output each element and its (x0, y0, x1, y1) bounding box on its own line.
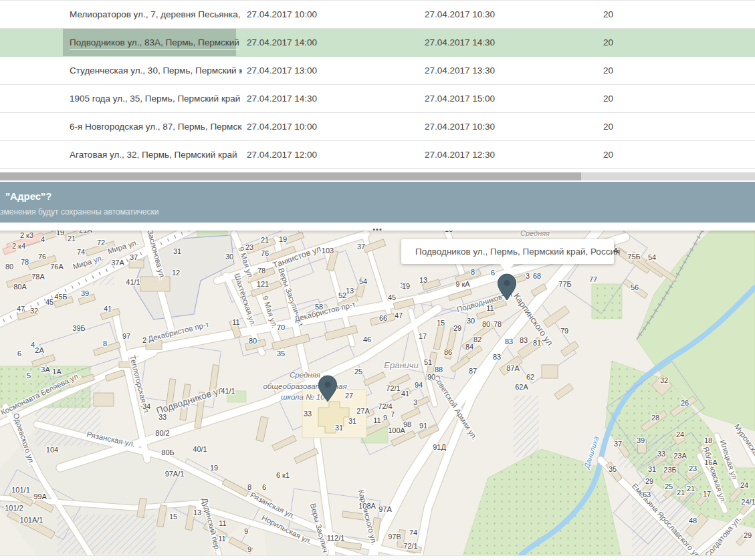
end-time-cell[interactable]: 27.04.2017 10:30 (425, 1, 495, 28)
svg-text:3: 3 (413, 398, 417, 406)
table-row[interactable]: Агатовая ул., 32, Пермь, Пермский край 2… (0, 141, 755, 169)
svg-text:47: 47 (17, 305, 25, 313)
map-canvas[interactable]: Мира ул.Мира ул.Заслонова ул.Танкистов у… (0, 231, 755, 555)
svg-text:62: 62 (526, 373, 534, 381)
count-cell[interactable]: 20 (603, 141, 613, 168)
svg-text:76А: 76А (50, 263, 64, 271)
start-time-cell[interactable]: 27.04.2017 10:00 (247, 1, 317, 28)
svg-text:66: 66 (379, 314, 387, 322)
address-cell[interactable]: 6-я Новгородская ул., 87, Пермь, Пермски (70, 113, 242, 140)
svg-text:24: 24 (676, 430, 684, 438)
svg-text:41/1: 41/1 (126, 278, 140, 286)
schedule-table: Мелиораторов ул., 7, деревня Песьянка, П… (0, 0, 755, 169)
svg-text:74: 74 (77, 248, 85, 256)
count-cell[interactable]: 20 (603, 85, 613, 112)
svg-text:24/1: 24/1 (741, 498, 755, 506)
svg-text:13: 13 (419, 276, 427, 284)
table-row[interactable]: 6-я Новгородская ул., 87, Пермь, Пермски… (0, 113, 755, 141)
svg-text:80Б: 80Б (161, 448, 174, 456)
svg-text:Средняя: Средняя (520, 231, 550, 237)
address-cell[interactable]: 1905 года ул., 35, Пермь, Пермский край (70, 85, 240, 112)
svg-text:62А: 62А (515, 383, 528, 391)
svg-text:29: 29 (453, 324, 461, 332)
svg-text:72/1: 72/1 (386, 384, 400, 392)
svg-text:8: 8 (103, 339, 107, 347)
table-row[interactable]: Мелиораторов ул., 7, деревня Песьянка, П… (0, 1, 755, 29)
panel-resize-handle[interactable]: ••• (0, 223, 755, 231)
count-cell[interactable]: 20 (603, 29, 613, 56)
svg-text:4: 4 (41, 235, 45, 243)
svg-text:11: 11 (219, 519, 226, 527)
svg-text:46: 46 (363, 335, 371, 343)
count-cell[interactable]: 20 (603, 1, 613, 28)
start-time-cell[interactable]: 27.04.2017 14:30 (247, 85, 317, 112)
svg-text:32: 32 (660, 376, 668, 384)
end-time-cell[interactable]: 27.04.2017 15:00 (425, 85, 495, 112)
svg-text:Ераничи: Ераничи (384, 360, 418, 370)
svg-text:80: 80 (482, 320, 490, 328)
svg-text:30: 30 (467, 317, 475, 325)
svg-text:87: 87 (469, 367, 477, 375)
table-row[interactable]: 1905 года ул., 35, Пермь, Пермский край … (0, 85, 755, 113)
address-cell[interactable]: Студенческая ул., 30, Пермь, Пермский кр (70, 57, 242, 84)
count-cell[interactable]: 20 (603, 57, 613, 84)
svg-text:27А: 27А (356, 407, 370, 415)
svg-text:25: 25 (665, 482, 673, 491)
start-time-cell[interactable]: 27.04.2017 12:00 (247, 141, 317, 168)
svg-text:100А: 100А (388, 426, 405, 434)
svg-text:63: 63 (643, 491, 651, 499)
svg-text:58: 58 (315, 303, 323, 311)
svg-text:33: 33 (158, 413, 167, 421)
svg-text:97В: 97В (388, 533, 401, 541)
svg-text:83: 83 (505, 337, 513, 345)
svg-text:5: 5 (27, 372, 31, 380)
svg-text:21: 21 (68, 235, 76, 243)
svg-text:26: 26 (681, 399, 689, 407)
map[interactable]: Мира ул.Мира ул.Заслонова ул.Танкистов у… (0, 231, 755, 555)
svg-text:11: 11 (218, 535, 225, 543)
address-cell-editing[interactable]: Подводников ул., 83А, Пермь, Пермский (70, 29, 239, 56)
start-time-cell[interactable]: 27.04.2017 13:00 (247, 57, 317, 84)
svg-text:33: 33 (657, 450, 665, 458)
svg-text:32: 32 (30, 307, 38, 315)
svg-text:101А/1: 101А/1 (20, 516, 43, 524)
svg-text:99А: 99А (33, 493, 47, 501)
end-time-cell[interactable]: 27.04.2017 12:30 (425, 141, 495, 168)
end-time-cell[interactable]: 27.04.2017 14:30 (425, 29, 495, 56)
address-cell[interactable]: Агатовая ул., 32, Пермь, Пермский край (70, 141, 237, 168)
svg-text:80: 80 (249, 337, 257, 345)
count-cell[interactable]: 20 (603, 113, 613, 140)
svg-text:2: 2 (142, 336, 146, 344)
end-time-cell[interactable]: 27.04.2017 13:30 (425, 57, 495, 84)
start-time-cell[interactable]: 27.04.2017 10:00 (247, 113, 317, 140)
svg-text:78: 78 (494, 320, 502, 328)
table-row-selected[interactable]: Подводников ул., 83А, Пермь, Пермский 27… (0, 29, 755, 57)
end-time-cell[interactable]: 27.04.2017 10:30 (425, 113, 495, 140)
bottom-strip (0, 555, 755, 560)
info-window[interactable]: Подводников ул., Пермь, Пермский край, Р… (401, 239, 614, 264)
svg-text:2А: 2А (35, 346, 44, 354)
svg-text:88: 88 (435, 366, 443, 374)
svg-text:45: 45 (388, 293, 396, 301)
svg-text:15: 15 (437, 319, 445, 327)
address-cell[interactable]: Мелиораторов ул., 7, деревня Песьянка, П (70, 1, 242, 28)
svg-text:37: 37 (130, 253, 138, 261)
svg-text:30: 30 (225, 253, 233, 261)
svg-text:21: 21 (677, 488, 685, 497)
svg-text:91Д: 91Д (433, 443, 446, 451)
svg-text:72/4: 72/4 (378, 402, 392, 410)
table-row[interactable]: Студенческая ул., 30, Пермь, Пермский кр… (0, 57, 755, 85)
svg-text:87А: 87А (506, 364, 520, 372)
scrollbar-thumb[interactable] (0, 172, 581, 180)
svg-text:29: 29 (645, 477, 653, 485)
svg-text:112/1: 112/1 (327, 534, 345, 542)
svg-text:52: 52 (338, 291, 346, 299)
svg-text:17: 17 (419, 332, 427, 340)
horizontal-scrollbar[interactable] (0, 172, 755, 180)
svg-text:40/1: 40/1 (193, 445, 207, 453)
svg-text:6 к1: 6 к1 (276, 471, 290, 479)
svg-text:77: 77 (589, 275, 597, 283)
svg-text:29: 29 (744, 531, 752, 539)
start-time-cell[interactable]: 27.04.2017 14:00 (247, 29, 317, 56)
svg-text:23Б: 23Б (663, 466, 676, 474)
